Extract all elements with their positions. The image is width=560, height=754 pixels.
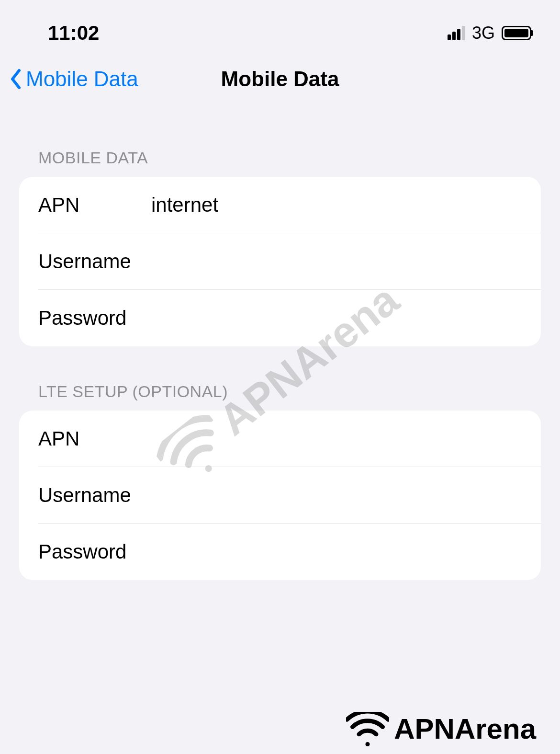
row-label-password: Password xyxy=(38,307,151,330)
settings-row-lte-username[interactable]: Username xyxy=(38,467,541,524)
lte-apn-input[interactable] xyxy=(151,427,522,450)
page-title: Mobile Data xyxy=(221,67,339,91)
settings-row-apn[interactable]: APN xyxy=(38,177,541,233)
wifi-icon xyxy=(346,712,389,745)
settings-card-mobile-data: APN Username Password xyxy=(19,177,541,346)
battery-icon xyxy=(502,26,531,40)
section-header-mobile-data: MOBILE DATA xyxy=(0,149,560,177)
chevron-left-icon xyxy=(10,69,22,90)
settings-row-password[interactable]: Password xyxy=(19,290,541,346)
apn-input[interactable] xyxy=(151,194,522,217)
row-label-lte-apn: APN xyxy=(38,427,151,450)
row-label-username: Username xyxy=(38,250,151,273)
settings-row-lte-apn[interactable]: APN xyxy=(38,411,541,467)
watermark-text: APNArena xyxy=(394,712,536,745)
row-label-apn: APN xyxy=(38,194,151,217)
watermark-bottom: APNArena xyxy=(346,712,536,745)
lte-password-input[interactable] xyxy=(151,540,522,563)
settings-row-lte-password[interactable]: Password xyxy=(19,524,541,580)
status-right: 3G xyxy=(448,23,531,43)
signal-icon xyxy=(448,26,465,40)
settings-card-lte: APN Username Password xyxy=(19,411,541,580)
row-label-lte-password: Password xyxy=(38,540,151,563)
status-bar: 11:02 3G xyxy=(0,0,560,48)
section-header-lte: LTE SETUP (OPTIONAL) xyxy=(0,382,560,411)
back-label: Mobile Data xyxy=(26,67,138,91)
row-label-lte-username: Username xyxy=(38,484,151,507)
username-input[interactable] xyxy=(151,250,522,273)
settings-row-username[interactable]: Username xyxy=(38,233,541,290)
nav-bar: Mobile Data Mobile Data xyxy=(0,48,560,105)
back-button[interactable]: Mobile Data xyxy=(10,67,138,91)
password-input[interactable] xyxy=(151,307,522,330)
status-time: 11:02 xyxy=(48,22,99,45)
network-type: 3G xyxy=(472,23,495,43)
lte-username-input[interactable] xyxy=(151,484,522,507)
